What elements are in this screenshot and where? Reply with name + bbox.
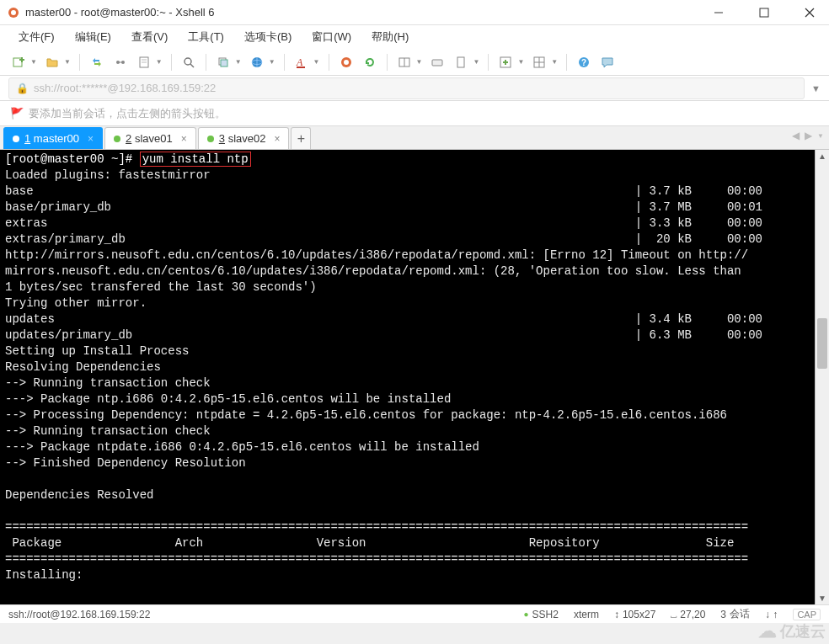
add-tab-button[interactable]: + bbox=[291, 127, 311, 149]
svg-rect-29 bbox=[457, 57, 464, 67]
tab-label: slave01 bbox=[135, 132, 173, 145]
menu-file[interactable]: 文件(F) bbox=[10, 27, 63, 47]
menu-view[interactable]: 查看(V) bbox=[123, 27, 176, 47]
dropdown-icon[interactable]: ▼ bbox=[517, 58, 524, 66]
status-bar: ssh://root@192.168.169.159:22 ●SSH2 xter… bbox=[0, 604, 829, 623]
menu-bar: 文件(F) 编辑(E) 查看(V) 工具(T) 选项卡(B) 窗口(W) 帮助(… bbox=[0, 25, 829, 49]
tab-master00[interactable]: 1 master00 × bbox=[3, 127, 103, 149]
globe-icon[interactable] bbox=[247, 52, 267, 72]
svg-text:A: A bbox=[296, 56, 303, 68]
connection-input[interactable]: 🔒 ssh://root:******@192.168.169.159:22 bbox=[8, 77, 805, 99]
status-cap: CAP bbox=[793, 609, 821, 620]
connection-text: ssh://root:******@192.168.169.159:22 bbox=[34, 82, 216, 94]
terminal[interactable]: [root@master00 ~]# yum install ntp Loade… bbox=[0, 150, 815, 604]
app-icon bbox=[7, 6, 20, 19]
dropdown-icon[interactable]: ▼ bbox=[416, 58, 423, 66]
svg-rect-23 bbox=[297, 67, 305, 68]
chat-icon[interactable] bbox=[597, 52, 618, 72]
menu-help[interactable]: 帮助(H) bbox=[363, 27, 417, 47]
status-sessions-count: 3 bbox=[720, 609, 726, 620]
close-tab-icon[interactable]: × bbox=[274, 133, 280, 145]
svg-line-16 bbox=[190, 64, 194, 67]
status-term: xterm bbox=[574, 609, 599, 620]
pos-icon: ⎵ bbox=[671, 609, 677, 620]
hint-text: 要添加当前会话，点击左侧的箭头按钮。 bbox=[29, 106, 226, 121]
xshell-icon[interactable] bbox=[336, 52, 356, 72]
tab-label: master00 bbox=[34, 132, 79, 145]
refresh-icon[interactable] bbox=[360, 52, 380, 72]
tab-number: 3 bbox=[219, 132, 225, 145]
status-dot-icon bbox=[207, 136, 214, 142]
svg-rect-18 bbox=[221, 60, 227, 67]
window-title: master00 - root@master00:~ - Xshell 6 bbox=[25, 6, 706, 19]
svg-text:?: ? bbox=[581, 58, 586, 67]
tab-prev-icon[interactable]: ◀ bbox=[792, 130, 800, 141]
disconnect-icon[interactable] bbox=[110, 52, 131, 72]
svg-rect-28 bbox=[432, 60, 442, 66]
status-proto: SSH2 bbox=[532, 609, 559, 620]
menu-tab[interactable]: 选项卡(B) bbox=[236, 27, 300, 47]
properties-icon[interactable] bbox=[134, 52, 154, 72]
tab-slave01[interactable]: 2 slave01 × bbox=[104, 127, 196, 149]
tab-slave02[interactable]: 3 slave02 × bbox=[198, 127, 290, 149]
scroll-down-icon[interactable]: ▼ bbox=[816, 593, 829, 603]
menu-window[interactable]: 窗口(W) bbox=[303, 27, 360, 47]
dropdown-icon[interactable]: ▼ bbox=[64, 58, 71, 66]
tab-number: 1 bbox=[24, 132, 30, 145]
close-button[interactable] bbox=[797, 3, 822, 23]
help-icon[interactable]: ? bbox=[574, 52, 594, 72]
session-hint-bar: 🚩 要添加当前会话，点击左侧的箭头按钮。 bbox=[0, 101, 829, 126]
tab-label: slave02 bbox=[228, 132, 266, 145]
tab-strip: 1 master00 × 2 slave01 × 3 slave02 × + ◀… bbox=[0, 126, 829, 150]
close-tab-icon[interactable]: × bbox=[88, 133, 94, 145]
svg-rect-3 bbox=[760, 8, 768, 17]
transfer-icon[interactable] bbox=[87, 52, 107, 72]
dropdown-icon[interactable]: ▼ bbox=[269, 58, 275, 66]
keyboard-icon[interactable] bbox=[427, 52, 447, 72]
new-session-icon[interactable] bbox=[8, 52, 29, 72]
search-icon[interactable] bbox=[179, 52, 199, 72]
cloud-icon: ☁ bbox=[758, 620, 777, 642]
scroll-up-icon[interactable]: ▲ bbox=[816, 152, 829, 161]
tab-next-icon[interactable]: ▶ bbox=[805, 130, 812, 141]
scrollbar[interactable]: ▲ ▼ bbox=[815, 150, 829, 604]
menu-tools[interactable]: 工具(T) bbox=[179, 27, 233, 47]
tab-menu-icon[interactable]: ▼ bbox=[817, 132, 824, 140]
status-size: 105x27 bbox=[623, 609, 655, 620]
dropdown-icon[interactable]: ▼ bbox=[551, 58, 558, 66]
status-dot-icon bbox=[114, 136, 120, 142]
svg-point-25 bbox=[344, 60, 349, 65]
columns-icon[interactable] bbox=[394, 52, 414, 72]
open-icon[interactable] bbox=[42, 52, 62, 72]
dropdown-icon[interactable]: ▼ bbox=[473, 58, 479, 66]
dropdown-icon[interactable]: ▼ bbox=[30, 58, 37, 66]
watermark: ☁ 亿速云 bbox=[758, 620, 826, 642]
maximize-button[interactable] bbox=[751, 3, 777, 23]
chevron-down-icon[interactable]: ▼ bbox=[811, 83, 821, 93]
status-dot-icon bbox=[13, 136, 19, 142]
svg-point-1 bbox=[11, 10, 16, 15]
tab-number: 2 bbox=[126, 132, 131, 145]
toolbar: ▼ ▼ ▼ ▼ ▼ A▼ ▼ ▼ ▼ ▼ ? bbox=[0, 49, 829, 76]
lock-icon: 🔒 bbox=[16, 82, 29, 94]
status-pos: 27,20 bbox=[680, 609, 705, 620]
flag-icon: 🚩 bbox=[10, 107, 24, 120]
watermark-text: 亿速云 bbox=[780, 621, 826, 641]
dropdown-icon[interactable]: ▼ bbox=[235, 58, 242, 66]
dropdown-icon[interactable]: ▼ bbox=[313, 58, 320, 66]
size-icon: ↕ bbox=[614, 609, 619, 620]
menu-edit[interactable]: 编辑(E) bbox=[67, 27, 120, 47]
status-sessions: 会话 bbox=[730, 607, 750, 621]
title-bar: master00 - root@master00:~ - Xshell 6 bbox=[0, 0, 829, 25]
dropdown-icon[interactable]: ▼ bbox=[156, 58, 163, 66]
svg-point-15 bbox=[185, 58, 191, 65]
grid-icon[interactable] bbox=[529, 52, 549, 72]
font-color-icon[interactable]: A bbox=[291, 52, 312, 72]
scrollbar-thumb[interactable] bbox=[817, 318, 827, 369]
connection-bar: 🔒 ssh://root:******@192.168.169.159:22 ▼ bbox=[0, 76, 829, 101]
minimize-button[interactable] bbox=[706, 3, 731, 23]
copy-icon[interactable] bbox=[213, 52, 233, 72]
doc-icon[interactable] bbox=[451, 52, 471, 72]
tile-add-icon[interactable] bbox=[495, 52, 516, 72]
close-tab-icon[interactable]: × bbox=[181, 133, 187, 145]
